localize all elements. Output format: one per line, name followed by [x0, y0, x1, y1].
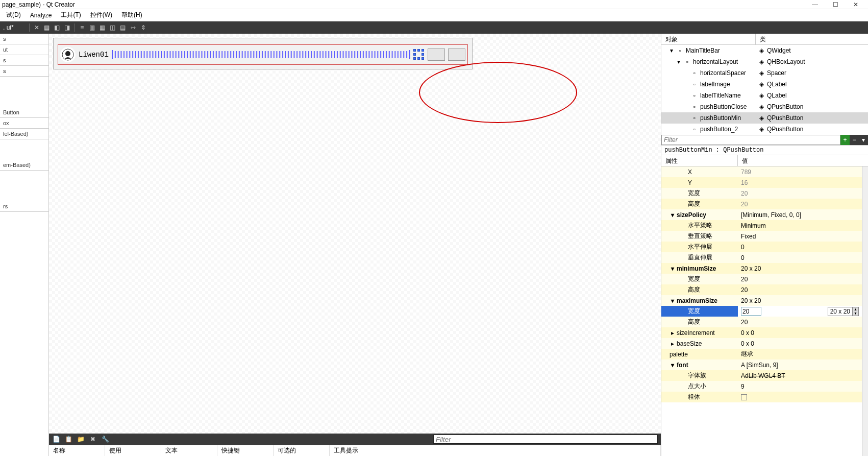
object-tree-row[interactable]: ▫pushButtonClose◈QPushButton: [661, 101, 868, 112]
file-icon[interactable]: 📄: [52, 435, 60, 443]
close-tab-icon[interactable]: ✕: [33, 23, 41, 32]
wb-item[interactable]: Button: [0, 107, 48, 118]
property-row[interactable]: ▾maximumSize20 x 20: [661, 295, 862, 306]
col-property[interactable]: 属性: [661, 155, 738, 166]
object-tree-row[interactable]: ▫labelTitleName◈QLabel: [661, 90, 868, 101]
property-row[interactable]: 水平策略Minimum: [661, 220, 862, 231]
object-tree-row[interactable]: ▫horizontalSpacer◈Spacer: [661, 67, 868, 79]
menu-debug[interactable]: 试(D): [2, 10, 25, 20]
form-widget[interactable]: Liwen01: [53, 38, 473, 69]
maximize-icon[interactable]: ☐: [825, 0, 846, 9]
object-tree-row[interactable]: ▫pushButton_2◈QPushButton: [661, 124, 868, 135]
form-icon[interactable]: ◫: [109, 23, 117, 32]
hspacer-preview[interactable]: [112, 51, 410, 58]
pushbutton-preview[interactable]: [448, 49, 465, 61]
hlayout-icon[interactable]: ≡: [78, 23, 86, 32]
wb-item[interactable]: ox: [0, 118, 48, 129]
chevron-down-icon[interactable]: ▾: [669, 298, 676, 304]
property-row[interactable]: 高度20: [661, 317, 862, 327]
design-canvas[interactable]: Liwen01: [49, 34, 661, 434]
split-h-icon[interactable]: ⇿: [129, 23, 137, 32]
scrollbar[interactable]: [862, 166, 868, 456]
chevron-down-icon[interactable]: ▾: [669, 266, 676, 272]
split-v-icon[interactable]: ⇕: [139, 23, 147, 32]
col-checkable[interactable]: 可选的: [274, 445, 330, 456]
object-tree-row[interactable]: ▾▫horizontalLayout◈QHBoxLayout: [661, 56, 868, 67]
tab-label[interactable]: . ui*: [3, 24, 14, 31]
menu-tools[interactable]: 工具(T): [57, 10, 85, 20]
settings-property-icon[interactable]: ▾: [859, 135, 868, 145]
property-row[interactable]: X789: [661, 166, 862, 177]
folder-icon[interactable]: 📁: [77, 435, 85, 443]
selection-handles[interactable]: [413, 49, 425, 60]
checkbox[interactable]: [741, 394, 747, 400]
grid-icon[interactable]: ▦: [98, 23, 107, 32]
wb-item[interactable]: s: [0, 34, 48, 44]
property-row[interactable]: ▸baseSize0 x 0: [661, 338, 862, 349]
property-row[interactable]: ▾minimumSize20 x 20: [661, 263, 862, 274]
chevron-down-icon[interactable]: ▾: [668, 47, 675, 54]
copy-icon[interactable]: 📋: [64, 435, 72, 443]
col-used[interactable]: 使用: [105, 445, 161, 456]
property-row[interactable]: palette继承: [661, 349, 862, 359]
wb-item[interactable]: lel-Based): [0, 129, 48, 139]
property-row[interactable]: ▾sizePolicy[Minimum, Fixed, 0, 0]: [661, 209, 862, 220]
property-row[interactable]: 垂直伸展0: [661, 252, 862, 263]
col-value[interactable]: 值: [738, 155, 868, 166]
wb-item[interactable]: ut: [0, 44, 48, 55]
add-property-icon[interactable]: +: [840, 135, 850, 145]
property-row[interactable]: 高度20: [661, 199, 862, 209]
property-list[interactable]: X789Y16宽度20高度20▾sizePolicy[Minimum, Fixe…: [661, 166, 862, 456]
layout2-icon[interactable]: ◨: [63, 23, 71, 32]
wrench-icon[interactable]: 🔧: [101, 435, 109, 443]
hlayout-outline[interactable]: Liwen01: [58, 44, 468, 65]
menu-analyze[interactable]: Analyze: [26, 11, 56, 20]
chevron-right-icon[interactable]: ▸: [669, 330, 676, 336]
property-row[interactable]: 垂直策略Fixed: [661, 231, 862, 242]
vlayout-icon[interactable]: ▥: [88, 23, 96, 32]
wb-item[interactable]: em-Based): [0, 160, 48, 171]
property-row[interactable]: 宽度20: [661, 274, 862, 284]
property-row[interactable]: ▸sizeIncrement0 x 0: [661, 327, 862, 338]
property-row[interactable]: Y16: [661, 177, 862, 188]
property-filter-input[interactable]: [661, 135, 840, 145]
pushbutton-preview[interactable]: [428, 49, 445, 61]
object-tree-row[interactable]: ▾▫MainTitleBar◈QWidget: [661, 45, 868, 56]
property-row[interactable]: 宽度20 x 20▲▼: [661, 306, 862, 317]
spin-up-icon[interactable]: ▲: [853, 307, 858, 311]
property-row[interactable]: 高度20: [661, 284, 862, 295]
wb-item[interactable]: s: [0, 55, 48, 66]
col-text[interactable]: 文本: [161, 445, 217, 456]
layout-icon[interactable]: ◧: [53, 23, 61, 32]
object-tree-row[interactable]: ▫pushButtonMin◈QPushButton: [661, 112, 868, 124]
property-row[interactable]: 粗体: [661, 392, 862, 402]
delete-icon[interactable]: ✖: [89, 435, 97, 443]
col-name[interactable]: 名称: [49, 445, 105, 456]
minimize-icon[interactable]: —: [805, 0, 825, 9]
property-row[interactable]: ▾fontA [SimSun, 9]: [661, 359, 862, 370]
spinbox[interactable]: 20 x 20▲▼: [828, 307, 859, 316]
remove-property-icon[interactable]: −: [850, 135, 859, 145]
wb-item[interactable]: rs: [0, 201, 48, 212]
object-tree-row[interactable]: ▫labelImage◈QLabel: [661, 79, 868, 90]
property-row[interactable]: 点大小9: [661, 381, 862, 392]
col-object[interactable]: 对象: [661, 34, 756, 44]
menu-widgets[interactable]: 控件(W): [86, 10, 116, 20]
wb-item[interactable]: s: [0, 66, 48, 77]
col-shortcut[interactable]: 快捷键: [217, 445, 274, 456]
close-icon[interactable]: ✕: [846, 0, 866, 9]
action-filter-input[interactable]: [433, 435, 658, 444]
property-row[interactable]: 字体族AdLib WGL4 BT: [661, 370, 862, 381]
property-row[interactable]: 水平伸展0: [661, 242, 862, 252]
chevron-down-icon[interactable]: ▾: [669, 362, 676, 368]
chevron-down-icon[interactable]: ▾: [676, 59, 682, 65]
chevron-right-icon[interactable]: ▸: [669, 341, 676, 347]
object-tree[interactable]: ▾▫MainTitleBar◈QWidget▾▫horizontalLayout…: [661, 45, 868, 135]
property-value-input[interactable]: [741, 307, 761, 316]
edit-icon[interactable]: ▦: [43, 23, 51, 32]
spin-down-icon[interactable]: ▼: [853, 311, 858, 316]
grid2-icon[interactable]: ▤: [119, 23, 127, 32]
col-class[interactable]: 类: [756, 34, 770, 44]
col-tooltip[interactable]: 工具提示: [330, 445, 661, 456]
property-row[interactable]: 宽度20: [661, 188, 862, 199]
